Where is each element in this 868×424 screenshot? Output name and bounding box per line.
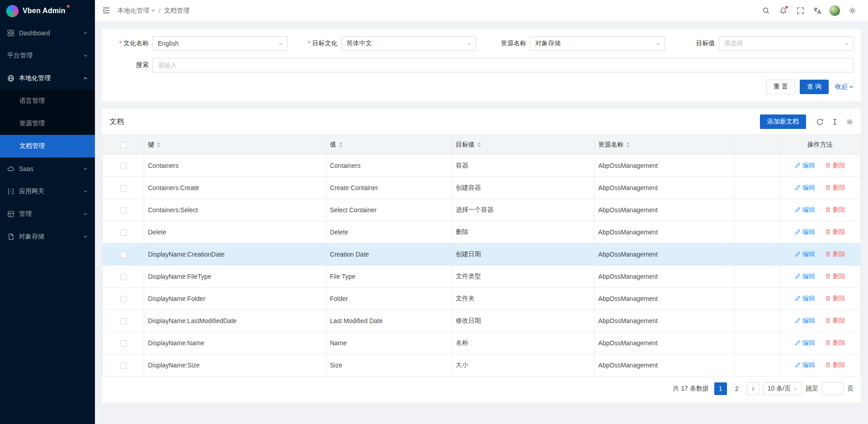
- table-row[interactable]: Delete Delete 删除 AbpOssManagement 编辑: [103, 221, 861, 243]
- query-button[interactable]: 查 询: [800, 80, 829, 94]
- row-checkbox[interactable]: [120, 163, 127, 169]
- column-header-key[interactable]: 键: [144, 135, 326, 155]
- delete-button[interactable]: 删除: [825, 162, 845, 170]
- gear-icon[interactable]: [844, 0, 861, 22]
- next-page-button[interactable]: [747, 382, 760, 395]
- edit-label: 编辑: [802, 206, 815, 214]
- row-checkbox[interactable]: [120, 274, 127, 280]
- table-row[interactable]: DisplayName:LastModifiedDate Last Modifi…: [103, 310, 861, 332]
- table-row[interactable]: Containers Containers 容器 AbpOssManagemen…: [103, 155, 861, 177]
- delete-label: 删除: [833, 206, 845, 214]
- delete-button[interactable]: 删除: [825, 361, 845, 369]
- translate-icon[interactable]: [809, 0, 826, 22]
- page-button-2[interactable]: 2: [731, 382, 743, 395]
- sidebar-item-resource-management[interactable]: 资源管理: [0, 112, 95, 135]
- cell-key: DisplayName:CreationDate: [144, 243, 326, 266]
- table-card-header: 文档 添加新文档: [102, 109, 861, 134]
- row-checkbox[interactable]: [120, 229, 127, 236]
- sort-icons: [157, 142, 160, 148]
- edit-pencil-icon: [795, 295, 801, 301]
- table-row[interactable]: Containers:Create Create Container 创建容器 …: [103, 177, 861, 199]
- resource-name-select[interactable]: 对象存储: [530, 36, 665, 51]
- column-label: 操作方法: [807, 141, 833, 148]
- row-checkbox[interactable]: [120, 362, 127, 369]
- cell-resource-name: AbpOssManagement: [594, 310, 734, 332]
- row-checkbox[interactable]: [120, 318, 127, 324]
- delete-button[interactable]: 删除: [825, 339, 845, 347]
- delete-button[interactable]: 删除: [825, 317, 845, 325]
- sidebar-item-label: Dashboard: [19, 29, 83, 37]
- reset-button[interactable]: 重 置: [766, 80, 795, 94]
- delete-button[interactable]: 删除: [825, 206, 845, 214]
- table-row[interactable]: DisplayName:Size Size 大小 AbpOssManagemen…: [103, 354, 861, 376]
- menu-fold-icon[interactable]: [102, 6, 111, 15]
- row-checkbox[interactable]: [120, 252, 127, 258]
- edit-button[interactable]: 编辑: [795, 295, 815, 303]
- sidebar-item-gateway[interactable]: 应用网关: [0, 180, 95, 203]
- select-all-checkbox[interactable]: [120, 142, 127, 148]
- jump-page-input[interactable]: [822, 382, 844, 395]
- table-row[interactable]: DisplayName:CreationDate Creation Date 创…: [103, 243, 861, 266]
- table-row[interactable]: DisplayName:Folder Folder 文件夹 AbpOssMana…: [103, 288, 861, 310]
- logo[interactable]: Vben Admin: [0, 0, 95, 22]
- edit-button[interactable]: 编辑: [795, 162, 815, 170]
- page-button-1[interactable]: 1: [714, 382, 727, 395]
- row-checkbox[interactable]: [120, 340, 127, 347]
- avatar[interactable]: [829, 5, 840, 16]
- delete-button[interactable]: 删除: [825, 184, 845, 192]
- delete-button[interactable]: 删除: [825, 228, 845, 236]
- sidebar-item-management[interactable]: 管理: [0, 203, 95, 225]
- edit-button[interactable]: 编辑: [795, 317, 815, 325]
- edit-button[interactable]: 编辑: [795, 206, 815, 214]
- table-row[interactable]: Containers:Select Select Container 选择一个容…: [103, 199, 861, 221]
- delete-button[interactable]: 删除: [825, 272, 845, 281]
- table-row[interactable]: DisplayName:Name Name 名称 AbpOssManagemen…: [103, 332, 861, 354]
- chevron-right-icon: [751, 386, 755, 391]
- edit-button[interactable]: 编辑: [795, 228, 815, 236]
- row-checkbox[interactable]: [120, 185, 127, 191]
- sidebar-item-object-storage[interactable]: 对象存储: [0, 225, 95, 248]
- target-culture-select[interactable]: 简体中文: [341, 36, 476, 51]
- search-icon[interactable]: [757, 0, 774, 22]
- edit-label: 编辑: [802, 361, 815, 369]
- edit-button[interactable]: 编辑: [795, 250, 815, 258]
- edit-button[interactable]: 编辑: [795, 184, 815, 192]
- sidebar-item-language-management[interactable]: 语言管理: [0, 90, 95, 112]
- search-input[interactable]: [152, 58, 854, 72]
- cell-empty: [734, 354, 779, 376]
- cell-empty: [734, 310, 779, 332]
- column-header-resource-name[interactable]: 资源名称: [594, 135, 734, 155]
- cell-key: Containers: [144, 155, 326, 177]
- sidebar-item-localization[interactable]: 本地化管理: [0, 67, 95, 90]
- sidebar-item-saas[interactable]: Saas: [0, 157, 95, 180]
- column-height-icon[interactable]: [831, 118, 839, 126]
- edit-button[interactable]: 编辑: [795, 339, 815, 347]
- gear-icon[interactable]: [846, 118, 854, 126]
- edit-button[interactable]: 编辑: [795, 272, 815, 281]
- row-checkbox[interactable]: [120, 296, 127, 302]
- breadcrumb-parent[interactable]: 本地化管理: [118, 7, 155, 15]
- page-size-value: 10 条/页: [768, 385, 791, 393]
- cell-resource-name: AbpOssManagement: [594, 288, 734, 310]
- column-header-value[interactable]: 值: [326, 135, 452, 155]
- bell-icon[interactable]: [774, 0, 792, 22]
- cell-target-value: 创建日期: [452, 243, 594, 266]
- fullscreen-icon[interactable]: [792, 0, 809, 22]
- column-header-target-value[interactable]: 目标值: [452, 135, 594, 155]
- culture-name-select[interactable]: English: [152, 36, 288, 51]
- target-value-select[interactable]: 请选择: [719, 36, 854, 51]
- collapse-link[interactable]: 收起: [835, 83, 854, 91]
- delete-label: 删除: [833, 250, 845, 258]
- sidebar-item-dashboard[interactable]: Dashboard: [0, 22, 95, 44]
- cell-key: Containers:Create: [144, 177, 326, 199]
- add-document-button[interactable]: 添加新文档: [760, 114, 806, 129]
- delete-button[interactable]: 删除: [825, 295, 845, 303]
- page-size-select[interactable]: 10 条/页: [763, 382, 802, 395]
- delete-button[interactable]: 删除: [825, 250, 845, 258]
- row-checkbox[interactable]: [120, 207, 127, 214]
- table-row[interactable]: DisplayName:FileType File Type 文件类型 AbpO…: [103, 266, 861, 288]
- refresh-icon[interactable]: [816, 118, 824, 126]
- edit-button[interactable]: 编辑: [795, 361, 815, 369]
- sidebar-item-document-management[interactable]: 文档管理: [0, 135, 95, 157]
- sidebar-item-platform[interactable]: 平台管理: [0, 44, 95, 67]
